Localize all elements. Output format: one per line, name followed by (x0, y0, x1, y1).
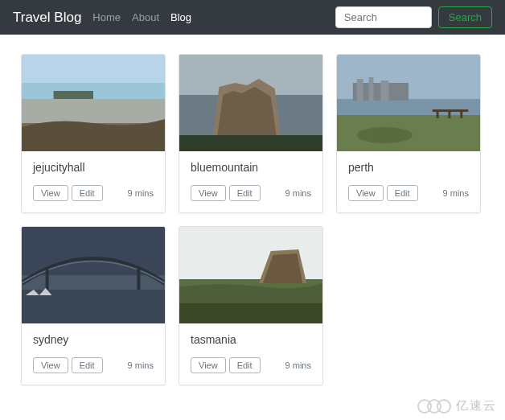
brand[interactable]: Travel Blog (13, 10, 81, 26)
edit-button[interactable]: Edit (72, 185, 103, 201)
time-label: 9 mins (128, 188, 154, 198)
card-jejucityhall: jejucityhall View Edit 9 mins (21, 54, 166, 213)
svg-point-19 (357, 127, 413, 143)
card-grid: jejucityhall View Edit 9 mins bluemounta… (0, 35, 505, 405)
watermark: 亿速云 (417, 398, 497, 405)
view-button[interactable]: View (33, 357, 68, 373)
nav-link-about[interactable]: About (132, 11, 159, 23)
card-image (337, 55, 480, 151)
svg-rect-18 (460, 112, 462, 118)
svg-rect-17 (448, 112, 450, 118)
view-button[interactable]: View (348, 185, 384, 201)
nav-link-blog[interactable]: Blog (170, 11, 191, 23)
svg-rect-23 (137, 267, 140, 291)
view-button[interactable]: View (191, 357, 226, 373)
time-label: 9 mins (443, 188, 469, 198)
svg-rect-22 (46, 267, 49, 291)
svg-rect-27 (179, 303, 322, 323)
navbar: Travel Blog Home About Blog Search (0, 0, 505, 35)
card-title: jejucityhall (33, 161, 154, 174)
card-title: sydney (33, 333, 154, 346)
card-title: tasmania (191, 333, 311, 346)
view-button[interactable]: View (33, 185, 68, 201)
time-label: 9 mins (285, 188, 311, 198)
card-title: perth (348, 161, 469, 174)
svg-rect-12 (357, 79, 363, 101)
card-image (179, 55, 322, 151)
time-label: 9 mins (285, 360, 311, 370)
svg-rect-3 (54, 91, 93, 99)
card-image (179, 227, 322, 323)
svg-rect-21 (22, 227, 165, 275)
watermark-icon (417, 399, 451, 406)
card-image (22, 55, 165, 151)
svg-rect-16 (437, 112, 439, 118)
svg-rect-7 (179, 135, 322, 151)
search-button[interactable]: Search (438, 6, 492, 28)
card-perth: perth View Edit 9 mins (336, 54, 481, 213)
view-button[interactable]: View (191, 185, 226, 201)
edit-button[interactable]: Edit (387, 185, 418, 201)
svg-rect-15 (433, 109, 469, 112)
nav-right: Search (335, 6, 492, 28)
nav-left: Travel Blog Home About Blog (13, 10, 191, 26)
svg-rect-13 (369, 77, 374, 101)
svg-rect-14 (380, 80, 388, 101)
nav-link-home[interactable]: Home (92, 11, 121, 23)
time-label: 9 mins (128, 360, 154, 370)
watermark-text: 亿速云 (456, 398, 497, 405)
edit-button[interactable]: Edit (229, 357, 261, 373)
edit-button[interactable]: Edit (229, 185, 261, 201)
edit-button[interactable]: Edit (72, 357, 103, 373)
search-input[interactable] (335, 6, 432, 28)
svg-rect-4 (22, 99, 165, 123)
card-sydney: sydney View Edit 9 mins (21, 226, 166, 385)
card-title: bluemountain (191, 161, 311, 174)
card-image (22, 227, 165, 323)
card-tasmania: tasmania View Edit 9 mins (179, 226, 323, 385)
card-bluemountain: bluemountain View Edit 9 mins (179, 54, 323, 213)
